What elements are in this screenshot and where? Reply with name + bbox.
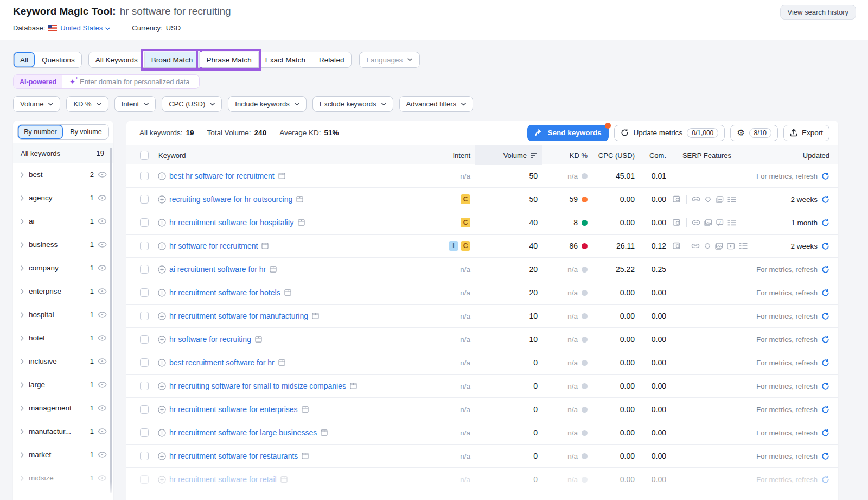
row-checkbox[interactable]	[140, 312, 149, 320]
eye-icon[interactable]	[98, 358, 107, 364]
serp-page-icon[interactable]	[302, 406, 309, 413]
refresh-icon[interactable]	[821, 219, 829, 227]
send-keywords-button[interactable]: Send keywords	[527, 125, 609, 141]
keyword-link[interactable]: hr recruitment software for restaurants	[169, 452, 298, 460]
row-checkbox[interactable]	[140, 358, 149, 367]
toggle-by-volume[interactable]: By volume	[63, 125, 108, 139]
filter-include-keywords[interactable]: Include keywords	[228, 96, 306, 112]
sidebar-group-midsize[interactable]: midsize1	[13, 466, 113, 490]
sidebar-group-large[interactable]: large1	[13, 373, 113, 396]
keyword-link[interactable]: ai recruitment software for hr	[169, 265, 266, 274]
sidebar-group-best[interactable]: best2	[13, 163, 113, 186]
serp-page-icon[interactable]	[261, 243, 269, 249]
eye-icon[interactable]	[98, 452, 107, 458]
sidebar-group-agency[interactable]: agency1	[13, 186, 113, 210]
eye-icon[interactable]	[98, 335, 107, 341]
filter-volume[interactable]: Volume	[13, 96, 60, 112]
serp-page-icon[interactable]	[255, 336, 262, 343]
add-keyword-icon[interactable]	[158, 359, 166, 367]
add-keyword-icon[interactable]	[158, 476, 166, 484]
row-checkbox[interactable]	[140, 428, 149, 437]
eye-icon[interactable]	[98, 405, 107, 411]
refresh-icon[interactable]	[821, 289, 829, 297]
keyword-link[interactable]: hr software for recruiting	[169, 335, 251, 344]
tab-related[interactable]: Related	[312, 52, 351, 67]
eye-icon[interactable]	[98, 265, 107, 271]
keyword-link[interactable]: hr recruitment software for hotels	[169, 288, 280, 297]
add-keyword-icon[interactable]	[158, 289, 166, 297]
eye-icon[interactable]	[98, 475, 107, 481]
view-search-history-button[interactable]: View search history	[780, 5, 856, 20]
row-checkbox[interactable]	[140, 242, 149, 250]
row-checkbox[interactable]	[140, 195, 149, 204]
volume-column-header[interactable]: Volume	[475, 145, 542, 165]
all-keywords-group[interactable]: All keywords 19	[13, 143, 113, 163]
eye-icon[interactable]	[98, 242, 107, 248]
tab-exact-match[interactable]: Exact Match	[258, 52, 312, 67]
refresh-icon[interactable]	[821, 242, 829, 250]
serp-page-icon[interactable]	[321, 429, 328, 436]
add-keyword-icon[interactable]	[158, 336, 166, 344]
serp-page-icon[interactable]	[278, 359, 285, 366]
keyword-link[interactable]: hr recruitment software for hospitality	[169, 218, 294, 227]
add-keyword-icon[interactable]	[158, 219, 166, 227]
update-metrics-button[interactable]: Update metrics 0/1,000	[614, 125, 725, 141]
serp-page-icon[interactable]	[296, 196, 303, 202]
select-all-checkbox[interactable]	[140, 151, 149, 160]
row-checkbox[interactable]	[140, 265, 149, 274]
keyword-link[interactable]: hr recruitment software for retail	[169, 475, 277, 484]
tab-all[interactable]: All	[14, 52, 35, 67]
row-checkbox[interactable]	[140, 382, 149, 390]
refresh-icon[interactable]	[821, 312, 829, 320]
eye-icon[interactable]	[98, 382, 107, 388]
add-keyword-icon[interactable]	[158, 406, 166, 414]
keyword-link[interactable]: hr software for recruitment	[169, 242, 258, 250]
refresh-icon[interactable]	[821, 359, 829, 367]
add-keyword-icon[interactable]	[158, 452, 166, 460]
serp-page-icon[interactable]	[298, 219, 305, 226]
sidebar-group-company[interactable]: company1	[13, 256, 113, 280]
intent-column-header[interactable]: Intent	[436, 151, 475, 160]
serp-page-icon[interactable]	[302, 453, 309, 459]
languages-dropdown[interactable]: Languages	[359, 52, 420, 68]
row-checkbox[interactable]	[140, 288, 149, 297]
keyword-link[interactable]: hr recruitment software for manufacturin…	[169, 312, 308, 320]
export-button[interactable]: Export	[783, 125, 829, 141]
row-checkbox[interactable]	[140, 172, 149, 180]
keyword-link[interactable]: hr recruiting software for small to mids…	[169, 382, 346, 390]
sidebar-group-hotel[interactable]: hotel1	[13, 326, 113, 350]
row-checkbox[interactable]	[140, 452, 149, 460]
filter-cpc-usd[interactable]: CPC (USD)	[162, 96, 222, 112]
sidebar-group-ai[interactable]: ai1	[13, 210, 113, 233]
add-keyword-icon[interactable]	[158, 172, 166, 180]
domain-input[interactable]: ✦ Enter domain for personalized data	[62, 75, 199, 88]
refresh-icon[interactable]	[821, 452, 829, 460]
filter-kd[interactable]: KD %	[66, 96, 108, 112]
row-checkbox[interactable]	[140, 218, 149, 227]
filter-advanced-filters[interactable]: Advanced filters	[399, 96, 474, 112]
serp-page-icon[interactable]	[312, 313, 319, 319]
refresh-icon[interactable]	[821, 172, 829, 180]
eye-icon[interactable]	[98, 195, 107, 201]
updated-column-header[interactable]: Updated	[748, 151, 829, 160]
keyword-link[interactable]: hr recruitment software for enterprises	[169, 405, 298, 414]
eye-icon[interactable]	[98, 312, 107, 318]
add-keyword-icon[interactable]	[158, 429, 166, 437]
tab-questions[interactable]: Questions	[35, 52, 81, 67]
refresh-icon[interactable]	[821, 265, 829, 274]
refresh-icon[interactable]	[821, 406, 829, 414]
filter-intent[interactable]: Intent	[114, 96, 156, 112]
keyword-link[interactable]: best hr software for recruitment	[169, 172, 275, 180]
sidebar-scrollbar[interactable]	[110, 148, 112, 493]
cpc-column-header[interactable]: CPC (USD)	[588, 151, 635, 160]
sidebar-group-business[interactable]: business1	[13, 233, 113, 256]
tab-phrase-match[interactable]: Phrase Match	[199, 52, 258, 67]
row-checkbox[interactable]	[140, 335, 149, 344]
serp-page-icon[interactable]	[280, 476, 288, 483]
serp-page-icon[interactable]	[270, 266, 277, 273]
settings-button[interactable]: ⚙ 8/10	[730, 125, 778, 141]
add-keyword-icon[interactable]	[158, 382, 166, 390]
add-keyword-icon[interactable]	[158, 242, 166, 250]
kd-column-header[interactable]: KD %	[542, 151, 588, 160]
sidebar-group-manufactur[interactable]: manufactur...1	[13, 420, 113, 443]
